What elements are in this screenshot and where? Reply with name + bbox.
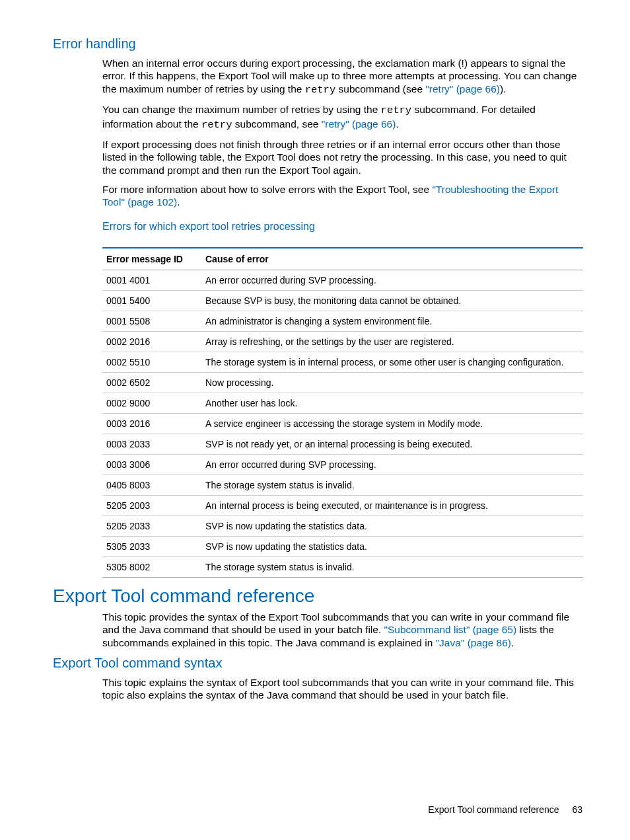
cell-error-id: 0002 9000	[102, 393, 201, 413]
cell-error-id: 0001 5508	[102, 311, 201, 331]
col-header-cause: Cause of error	[201, 248, 583, 270]
table-row: 0002 9000Another user has lock.	[102, 393, 583, 413]
col-header-error-id: Error message ID	[102, 248, 201, 270]
table-row: 0002 6502Now processing.	[102, 372, 583, 393]
paragraph: If export processing does not finish thr…	[102, 138, 582, 176]
table-row: 0002 2016Array is refreshing, or the set…	[102, 331, 583, 352]
link-retry-page66[interactable]: "retry" (page 66)	[322, 118, 396, 130]
text: subcommand (see	[335, 83, 425, 95]
text: subcommand, see	[232, 118, 321, 130]
table-row: 0405 8003The storage system status is in…	[102, 475, 583, 495]
cell-cause: A service engineer is accessing the stor…	[201, 413, 583, 434]
cell-error-id: 5205 2003	[102, 495, 201, 515]
paragraph: When an internal error occurs during exp…	[102, 57, 582, 96]
table-row: 0001 4001An error occurred during SVP pr…	[102, 270, 583, 290]
document-page: Error handling When an internal error oc…	[0, 0, 630, 840]
text: For more information about how to solve …	[102, 184, 432, 195]
paragraph: For more information about how to solve …	[102, 183, 582, 209]
cell-error-id: 0002 5510	[102, 352, 201, 372]
code-retry: retry	[381, 104, 412, 116]
cell-cause: Another user has lock.	[201, 393, 583, 413]
cell-error-id: 0003 2033	[102, 434, 201, 454]
link-java-page86[interactable]: "Java" (page 86)	[436, 637, 511, 648]
cell-cause: Now processing.	[201, 372, 583, 393]
text: ).	[500, 83, 506, 95]
code-retry: retry	[305, 84, 336, 96]
cell-error-id: 0003 2016	[102, 413, 201, 434]
cell-cause: SVP is now updating the statistics data.	[201, 515, 583, 536]
cell-cause: An internal process is being executed, o…	[201, 495, 583, 515]
table-header-row: Error message ID Cause of error	[102, 248, 583, 270]
link-subcommand-list-page65[interactable]: "Subcommand list" (page 65)	[384, 624, 517, 635]
cell-cause: The storage system status is invalid.	[201, 475, 583, 495]
table-row: 0001 5400Because SVP is busy, the monito…	[102, 290, 583, 311]
cell-error-id: 0002 6502	[102, 372, 201, 393]
cell-error-id: 0003 3006	[102, 454, 201, 475]
cell-error-id: 5205 2033	[102, 515, 201, 536]
text: .	[177, 196, 180, 208]
page-number: 63	[572, 804, 582, 815]
errors-table: Error message ID Cause of error 0001 400…	[102, 247, 583, 578]
body-block: This topic provides the syntax of the Ex…	[102, 611, 582, 649]
paragraph: This topic provides the syntax of the Ex…	[102, 611, 582, 649]
cell-error-id: 0405 8003	[102, 475, 201, 495]
cell-cause: SVP is now updating the statistics data.	[201, 536, 583, 556]
cell-error-id: 5305 8002	[102, 556, 201, 577]
cell-error-id: 0001 5400	[102, 290, 201, 311]
table-row: 5305 2033SVP is now updating the statist…	[102, 536, 583, 556]
cell-cause: An administrator is changing a system en…	[201, 311, 583, 331]
cell-cause: An error occurred during SVP processing.	[201, 270, 583, 290]
heading-command-reference: Export Tool command reference	[53, 586, 582, 607]
cell-error-id: 0001 4001	[102, 270, 201, 290]
cell-error-id: 0002 2016	[102, 331, 201, 352]
code-retry: retry	[201, 119, 232, 131]
cell-cause: The storage system status is invalid.	[201, 556, 583, 577]
text: .	[396, 118, 398, 130]
heading-error-handling: Error handling	[53, 36, 582, 52]
paragraph: You can change the maximum number of ret…	[102, 103, 582, 132]
table-row: 0001 5508An administrator is changing a …	[102, 311, 583, 331]
cell-cause: An error occurred during SVP processing.	[201, 454, 583, 475]
body-block: When an internal error occurs during exp…	[102, 57, 582, 233]
paragraph: This topic explains the syntax of Export…	[102, 676, 582, 702]
page-footer: Export Tool command reference 63	[428, 804, 582, 815]
table-row: 5305 8002The storage system status is in…	[102, 556, 583, 577]
heading-command-syntax: Export Tool command syntax	[53, 656, 582, 671]
table-title: Errors for which export tool retries pro…	[102, 221, 582, 233]
footer-section-title: Export Tool command reference	[428, 804, 559, 815]
link-retry-page66[interactable]: "retry" (page 66)	[425, 83, 500, 95]
table-row: 0003 2033SVP is not ready yet, or an int…	[102, 434, 583, 454]
text: .	[511, 637, 514, 648]
table-row: 0003 3006An error occurred during SVP pr…	[102, 454, 583, 475]
cell-error-id: 5305 2033	[102, 536, 201, 556]
cell-cause: SVP is not ready yet, or an internal pro…	[201, 434, 583, 454]
table-row: 5205 2033SVP is now updating the statist…	[102, 515, 583, 536]
table-row: 0002 5510The storage system is in intern…	[102, 352, 583, 372]
body-block: This topic explains the syntax of Export…	[102, 676, 582, 702]
table-row: 5205 2003An internal process is being ex…	[102, 495, 583, 515]
cell-cause: Because SVP is busy, the monitoring data…	[201, 290, 583, 311]
cell-cause: The storage system is in internal proces…	[201, 352, 583, 372]
cell-cause: Array is refreshing, or the settings by …	[201, 331, 583, 352]
text: You can change the maximum number of ret…	[102, 104, 381, 115]
table-row: 0003 2016A service engineer is accessing…	[102, 413, 583, 434]
